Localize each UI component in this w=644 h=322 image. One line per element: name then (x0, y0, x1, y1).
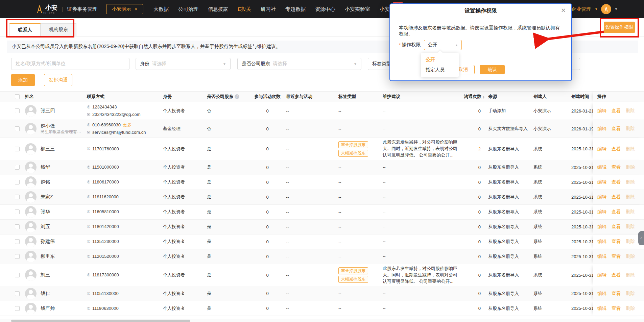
phone-icon: ✆ (87, 104, 90, 110)
row-shareholder: 是 (204, 193, 252, 201)
row-checkbox[interactable] (15, 273, 20, 277)
confirm-button[interactable]: 确认 (480, 65, 505, 74)
view-link[interactable]: 查看 (612, 291, 621, 297)
select-all-checkbox[interactable] (15, 94, 20, 99)
edit-link[interactable]: 编辑 (597, 224, 606, 230)
close-icon[interactable]: ✕ (561, 7, 566, 14)
edit-link[interactable]: 编辑 (597, 209, 606, 215)
contact-name: 钱华 (41, 164, 50, 170)
permission-option-公开[interactable]: 公开 (421, 55, 459, 65)
name-text-wrap: 张华 (41, 209, 50, 215)
delete-link[interactable]: 删除 (626, 224, 635, 230)
tab-联系人[interactable]: 联系人 (9, 23, 41, 36)
edit-link[interactable]: 编辑 (597, 164, 606, 170)
delete-link[interactable]: 删除 (626, 108, 635, 114)
delete-link[interactable]: 删除 (626, 179, 635, 185)
row-checkbox[interactable] (15, 126, 20, 131)
view-link[interactable]: 查看 (612, 224, 621, 230)
chevron-down-icon[interactable]: ▼ (615, 7, 618, 11)
nav-item-E投关[interactable]: E投关 (238, 6, 251, 13)
delete-link[interactable]: 删除 (626, 291, 635, 297)
shareholder-value: 是 (207, 224, 211, 230)
env-selector[interactable]: 小安演示 ▼ (106, 4, 143, 14)
row-tags: -- (336, 193, 380, 201)
row-checkbox[interactable] (15, 239, 20, 244)
delete-link[interactable]: 删除 (626, 305, 635, 312)
delete-link[interactable]: 删除 (626, 209, 635, 215)
nav-item-专题数据[interactable]: 专题数据 (285, 6, 306, 13)
edit-link[interactable]: 编辑 (597, 108, 606, 114)
more-link[interactable]: 更多 (123, 121, 132, 129)
delete-link[interactable]: 删除 (626, 239, 635, 245)
permission-option-指定人员[interactable]: 指定人员 (421, 65, 459, 75)
view-link[interactable]: 查看 (612, 194, 621, 200)
nav-item-资源中心[interactable]: 资源中心 (315, 6, 335, 13)
row-checkbox[interactable] (15, 306, 20, 311)
phone-line: ✆11801420000 (87, 223, 158, 230)
delete-link[interactable]: 删除 (626, 146, 635, 152)
row-checkbox[interactable] (15, 108, 20, 113)
nav-item-信息披露[interactable]: 信息披露 (208, 6, 228, 13)
collapse-panel-handle[interactable]: ‹ (638, 231, 644, 245)
edit-link[interactable]: 编辑 (597, 179, 606, 185)
set-permission-button[interactable]: 设置操作权限 (604, 22, 635, 33)
edit-link[interactable]: 编辑 (597, 291, 606, 297)
view-link[interactable]: 查看 (612, 126, 621, 132)
horizontal-scrollbar-thumb[interactable] (11, 320, 190, 322)
table-header-row: 姓名 联系方式 身份 是否公司股东 i 参与活动次数 最近参与活动 标签类型 维… (0, 91, 644, 102)
delete-link[interactable]: 删除 (626, 194, 635, 200)
info-icon[interactable]: i (235, 94, 239, 99)
edit-link[interactable]: 编辑 (597, 194, 606, 200)
nav-item-大数据[interactable]: 大数据 (153, 6, 169, 13)
view-link[interactable]: 查看 (612, 146, 621, 152)
nav-item-小安实验室[interactable]: 小安实验室 (345, 6, 370, 13)
nav-item-公司治理[interactable]: 公司治理 (178, 6, 198, 13)
row-checkbox[interactable] (15, 254, 20, 259)
row-checkbox[interactable] (15, 180, 20, 184)
edit-link[interactable]: 编辑 (597, 305, 606, 312)
chevron-down-icon: ▼ (595, 7, 598, 11)
row-source: 从股东名册导入 (485, 193, 531, 201)
logo-subtext: INHOPE (43, 12, 57, 14)
row-created: 2026-01-19 0 (569, 125, 593, 133)
add-button[interactable]: 添加 (11, 74, 35, 86)
view-link[interactable]: 查看 (612, 239, 621, 245)
view-link[interactable]: 查看 (612, 179, 621, 185)
start-communication-button[interactable]: 发起沟通 (44, 74, 72, 86)
keyword-search-input[interactable]: 姓名/联系方式/所属单位 (11, 58, 129, 70)
shareholder-select[interactable]: 是否公司股东 请选择 ▼ (237, 58, 361, 70)
row-activity-count: 0 (252, 271, 283, 279)
delete-link[interactable]: 删除 (626, 164, 635, 170)
edit-link[interactable]: 编辑 (597, 253, 606, 259)
delete-link[interactable]: 删除 (626, 126, 635, 132)
row-checkbox[interactable] (15, 209, 20, 214)
view-link[interactable]: 查看 (612, 164, 621, 170)
edit-link[interactable]: 编辑 (597, 272, 606, 278)
nav-item-研习社[interactable]: 研习社 (261, 6, 276, 13)
row-checkbox[interactable] (15, 224, 20, 229)
edit-link[interactable]: 编辑 (597, 239, 606, 245)
avatar[interactable] (601, 4, 611, 14)
delete-link[interactable]: 删除 (626, 272, 635, 278)
edit-link[interactable]: 编辑 (597, 126, 606, 132)
permission-select[interactable]: 公开 ▲ (424, 40, 462, 50)
enterprise-menu[interactable]: 企业管理 (571, 6, 591, 13)
phone-icon: ✆ (87, 272, 90, 278)
view-link[interactable]: 查看 (612, 305, 621, 312)
row-checkbox[interactable] (15, 291, 20, 296)
tab-机构股东[interactable]: 机构股东 (41, 23, 76, 36)
delete-link[interactable]: 删除 (626, 253, 635, 259)
logo[interactable]: 小安 INHOPE (36, 4, 57, 14)
identity-select[interactable]: 身份 请选择 ▼ (136, 58, 231, 70)
row-comm-count[interactable]: 2 (461, 145, 485, 153)
row-checkbox[interactable] (15, 147, 20, 151)
view-link[interactable]: 查看 (612, 108, 621, 114)
view-link[interactable]: 查看 (612, 253, 621, 259)
row-checkbox[interactable] (15, 165, 20, 170)
row-checkbox[interactable] (15, 195, 20, 199)
edit-link[interactable]: 编辑 (597, 146, 606, 152)
view-link[interactable]: 查看 (612, 272, 621, 278)
view-link[interactable]: 查看 (612, 209, 621, 215)
row-activity-count: 0 (252, 145, 283, 153)
sort-icon[interactable]: ▲▼ (482, 95, 485, 99)
